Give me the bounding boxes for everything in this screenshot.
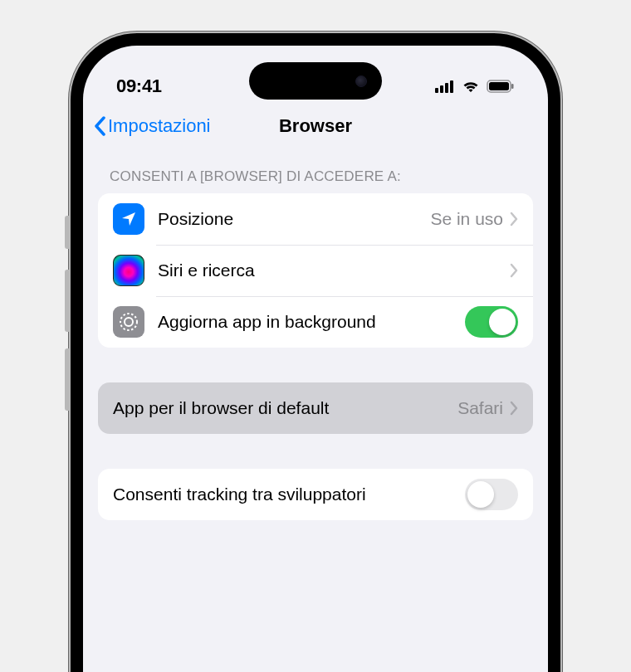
screen: 09:41 Impostazioni Browser CONSENTI A [B… <box>83 46 548 672</box>
svg-rect-1 <box>440 85 443 93</box>
row-siri-label: Siri e ricerca <box>158 261 510 280</box>
volume-down-button <box>65 348 71 411</box>
row-tracking: Consenti tracking tra sviluppatori <box>98 469 533 520</box>
svg-rect-2 <box>445 83 448 93</box>
section-header-access: CONSENTI A [BROWSER] DI ACCEDERE A: <box>83 150 548 193</box>
svg-point-7 <box>120 314 137 330</box>
battery-icon <box>487 80 515 93</box>
back-label: Impostazioni <box>108 115 211 137</box>
row-default-label: App per il browser di default <box>113 398 457 418</box>
cellular-icon <box>435 80 455 93</box>
row-bg-label: Aggiorna app in background <box>158 312 465 332</box>
back-button[interactable]: Impostazioni <box>93 115 211 137</box>
row-default-browser[interactable]: App per il browser di default Safari <box>98 382 533 434</box>
svg-rect-5 <box>489 82 509 90</box>
toggle-tracking[interactable] <box>465 479 518 510</box>
toggle-background-refresh[interactable] <box>465 306 518 338</box>
svg-rect-3 <box>450 80 453 93</box>
volume-up-button <box>65 270 71 332</box>
chevron-right-icon <box>510 401 518 416</box>
phone-frame: 09:41 Impostazioni Browser CONSENTI A [B… <box>71 33 560 672</box>
location-icon <box>113 203 144 235</box>
front-camera <box>355 75 367 87</box>
dynamic-island <box>249 62 382 100</box>
default-browser-list: App per il browser di default Safari <box>98 382 533 434</box>
chevron-left-icon <box>93 116 106 136</box>
row-background-refresh: Aggiorna app in background <box>98 296 533 348</box>
row-siri[interactable]: Siri e ricerca <box>98 245 533 296</box>
chevron-right-icon <box>510 263 518 278</box>
nav-bar: Impostazioni Browser <box>83 104 548 150</box>
page-title: Browser <box>279 115 352 137</box>
row-location-label: Posizione <box>158 209 430 229</box>
tracking-list: Consenti tracking tra sviluppatori <box>98 469 533 520</box>
row-default-value: Safari <box>457 398 503 418</box>
wifi-icon <box>462 80 480 93</box>
svg-point-8 <box>125 318 133 326</box>
silence-switch <box>65 216 71 249</box>
chevron-right-icon <box>510 212 518 226</box>
gear-icon <box>113 306 144 338</box>
access-list: Posizione Se in uso Siri e ricerca Aggio… <box>98 193 533 348</box>
row-location-value: Se in uso <box>430 209 503 229</box>
row-location[interactable]: Posizione Se in uso <box>98 193 533 245</box>
svg-rect-0 <box>435 88 438 93</box>
status-time: 09:41 <box>116 75 162 97</box>
siri-icon <box>113 255 144 286</box>
svg-rect-6 <box>511 84 514 89</box>
row-tracking-label: Consenti tracking tra sviluppatori <box>113 485 465 504</box>
status-icons <box>435 80 515 93</box>
